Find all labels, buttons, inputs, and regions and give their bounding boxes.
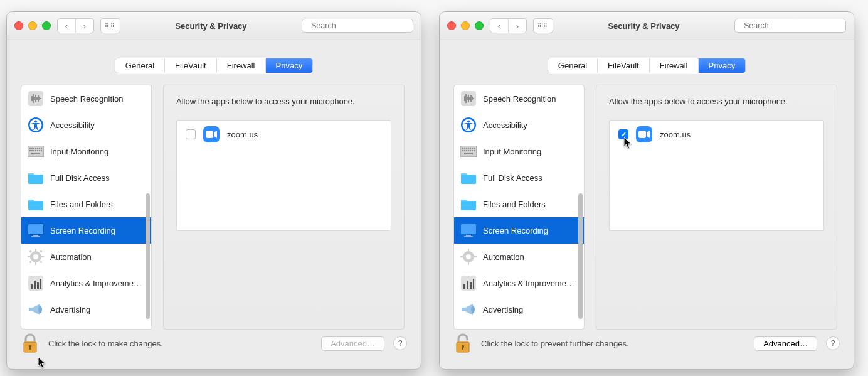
- tab-privacy[interactable]: Privacy: [266, 58, 313, 73]
- sidebar-item-label: Screen Recording: [50, 226, 115, 235]
- bar-chart-icon: [460, 275, 477, 291]
- close-icon[interactable]: [447, 21, 456, 30]
- app-row: zoom.us: [610, 121, 823, 148]
- back-button[interactable]: ‹: [58, 19, 75, 33]
- sidebar-item-automation[interactable]: Automation: [21, 244, 151, 270]
- svg-rect-43: [40, 250, 42, 252]
- svg-rect-71: [462, 148, 463, 149]
- sidebar-item-advertising[interactable]: Advertising: [21, 296, 151, 323]
- tab-general[interactable]: General: [548, 58, 598, 73]
- forward-button[interactable]: ›: [508, 19, 526, 33]
- svg-rect-104: [462, 347, 463, 350]
- sidebar-item-full-disk-access[interactable]: Full Disk Access: [21, 164, 151, 191]
- svg-rect-26: [35, 150, 36, 151]
- sidebar-item-analytics[interactable]: Analytics & Improveme…: [454, 270, 584, 296]
- svg-point-69: [467, 121, 470, 123]
- svg-rect-97: [467, 281, 468, 289]
- svg-rect-28: [39, 150, 40, 151]
- svg-rect-22: [41, 148, 42, 149]
- svg-rect-76: [472, 148, 473, 149]
- svg-rect-99: [473, 279, 474, 289]
- scrollbar-thumb[interactable]: [578, 193, 583, 319]
- tab-general[interactable]: General: [115, 58, 165, 73]
- prefs-window-locked: ‹ › ⠿⠿ Security & Privacy General FileVa…: [6, 11, 421, 370]
- svg-rect-30: [31, 153, 40, 154]
- zoom-icon[interactable]: [475, 21, 484, 30]
- sidebar-item-label: Files and Folders: [50, 200, 113, 209]
- svg-rect-88: [464, 236, 473, 237]
- forward-button[interactable]: ›: [75, 19, 93, 33]
- traffic-lights: [14, 21, 51, 30]
- help-button[interactable]: ?: [393, 336, 407, 350]
- minimize-icon[interactable]: [28, 21, 37, 30]
- lock-button[interactable]: [21, 333, 40, 354]
- svg-rect-83: [472, 150, 473, 151]
- keyboard-icon: [28, 143, 44, 159]
- sidebar-item-label: Accessibility: [50, 121, 95, 130]
- sidebar-item-files-and-folders[interactable]: Files and Folders: [454, 191, 584, 217]
- svg-rect-47: [34, 281, 36, 289]
- app-row: zoom.us: [177, 121, 391, 148]
- minimize-icon[interactable]: [461, 21, 470, 30]
- svg-rect-25: [33, 150, 34, 151]
- sidebar-item-automation[interactable]: Automation: [454, 244, 584, 270]
- keyboard-icon: [460, 143, 477, 159]
- tab-firewall[interactable]: Firewall: [650, 58, 699, 73]
- traffic-lights: [447, 21, 484, 30]
- allow-checkbox[interactable]: [618, 129, 628, 139]
- search-input[interactable]: [311, 21, 410, 30]
- sidebar-item-label: Accessibility: [483, 121, 527, 130]
- sidebar-item-label: Files and Folders: [483, 200, 546, 209]
- search-field[interactable]: [734, 19, 846, 33]
- zoom-icon[interactable]: [42, 21, 51, 30]
- svg-rect-23: [29, 150, 31, 151]
- footer: Click the lock to prevent further change…: [440, 324, 854, 369]
- megaphone-icon: [28, 301, 44, 318]
- sidebar-item-advertising[interactable]: Advertising: [454, 296, 584, 323]
- sidebar-item-input-monitoring[interactable]: Input Monitoring: [454, 138, 584, 164]
- svg-rect-72: [464, 148, 465, 149]
- tab-filevault[interactable]: FileVault: [165, 58, 217, 73]
- advanced-button[interactable]: Advanced…: [754, 336, 817, 351]
- show-all-button[interactable]: ⠿⠿: [100, 18, 120, 33]
- tab-filevault[interactable]: FileVault: [598, 58, 650, 73]
- help-button[interactable]: ?: [826, 336, 840, 350]
- gear-icon: [28, 249, 44, 265]
- show-all-button[interactable]: ⠿⠿: [533, 18, 553, 33]
- zoom-app-icon: [636, 126, 652, 142]
- sidebar-item-input-monitoring[interactable]: Input Monitoring: [21, 138, 151, 164]
- sidebar-item-speech-recognition[interactable]: Speech Recognition: [21, 85, 151, 112]
- svg-rect-79: [464, 150, 465, 151]
- svg-rect-16: [29, 148, 31, 149]
- svg-rect-18: [33, 148, 34, 149]
- svg-rect-33: [33, 235, 38, 236]
- svg-rect-86: [461, 224, 476, 234]
- sidebar-item-screen-recording[interactable]: Screen Recording: [454, 217, 584, 244]
- svg-rect-19: [35, 148, 36, 149]
- tab-firewall[interactable]: Firewall: [217, 58, 266, 73]
- search-field[interactable]: [302, 19, 413, 33]
- tab-privacy[interactable]: Privacy: [699, 58, 746, 73]
- sidebar-item-screen-recording[interactable]: Screen Recording: [21, 217, 151, 244]
- svg-rect-81: [468, 150, 469, 151]
- sidebar-item-files-and-folders[interactable]: Files and Folders: [21, 191, 151, 217]
- privacy-sidebar: Speech Recognition Accessibility Input M…: [21, 85, 152, 330]
- scrollbar-thumb[interactable]: [146, 193, 150, 319]
- folder-icon: [28, 169, 44, 186]
- svg-rect-94: [474, 256, 477, 257]
- info-text: Allow the apps below to access your micr…: [609, 97, 824, 106]
- lock-button[interactable]: [453, 333, 472, 354]
- sidebar-item-speech-recognition[interactable]: Speech Recognition: [454, 85, 584, 112]
- sidebar-item-full-disk-access[interactable]: Full Disk Access: [454, 164, 584, 191]
- sidebar-item-label: Full Disk Access: [50, 173, 110, 183]
- back-button[interactable]: ‹: [490, 19, 508, 33]
- sidebar-item-accessibility[interactable]: Accessibility: [21, 112, 151, 138]
- svg-rect-44: [29, 261, 31, 263]
- search-input[interactable]: [744, 21, 842, 30]
- sidebar-item-analytics[interactable]: Analytics & Improveme…: [21, 270, 151, 296]
- allow-checkbox[interactable]: [186, 129, 196, 139]
- sidebar-item-accessibility[interactable]: Accessibility: [454, 112, 584, 138]
- close-icon[interactable]: [14, 21, 23, 30]
- svg-point-36: [33, 254, 38, 259]
- svg-rect-74: [468, 148, 469, 149]
